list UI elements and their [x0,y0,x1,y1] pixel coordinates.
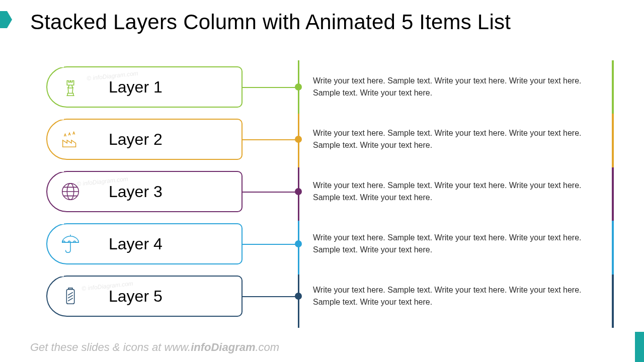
timeline-dot-1 [295,83,302,90]
layer-label: Layer 3 [109,183,163,201]
chess-rook-icon [56,73,85,101]
layer-pill-1: Layer 1 [46,66,243,108]
globe-icon [56,177,85,206]
slide-title: Stacked Layers Column with Animated 5 It… [30,10,511,34]
layer-desc-4: Write your text here. Sample text. Write… [313,232,595,256]
layer-pill-2: Layer 2 [46,119,243,160]
umbrella-icon [56,230,85,258]
layer-pill-3: Layer 3 [46,171,243,212]
timeline-dot-5 [295,293,302,300]
connector-1 [243,87,298,88]
layer-pill-4: Layer 4 [46,223,243,264]
layer-desc-3: Write your text here. Sample text. Write… [313,179,595,204]
layer-label: Layer 4 [109,235,163,253]
layer-label: Layer 1 [109,78,163,97]
layer-label: Layer 5 [109,287,163,306]
footer-attribution: Get these slides & icons at www.infoDiag… [30,341,279,354]
diagram-stage: Layer 1 Write your text here. Sample tex… [46,66,614,322]
layer-label: Layer 2 [109,130,163,149]
accent-marker-left [0,11,7,28]
connector-3 [243,192,298,193]
factory-icon [56,125,85,153]
layer-desc-1: Write your text here. Sample text. Write… [313,75,595,99]
connector-5 [243,296,298,297]
accent-marker-right [635,332,644,362]
timeline-dot-4 [295,240,302,247]
timeline-dot-2 [295,136,302,143]
layer-desc-5: Write your text here. Sample text. Write… [313,284,595,308]
timeline-dot-3 [295,188,302,195]
connector-2 [243,139,298,140]
connector-4 [243,244,298,245]
layer-pill-5: Layer 5 [46,276,243,317]
layer-desc-2: Write your text here. Sample text. Write… [313,127,595,151]
battery-icon [56,282,85,310]
